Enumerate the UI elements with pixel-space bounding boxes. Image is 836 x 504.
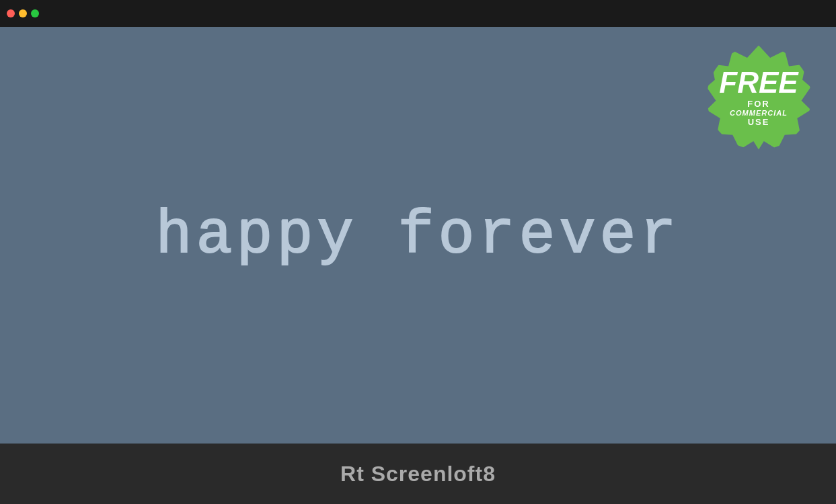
badge-shape: FREE for commercial use: [705, 44, 812, 151]
badge-content: FREE for commercial use: [719, 68, 798, 127]
close-button[interactable]: [7, 9, 15, 17]
badge-free-label: FREE: [719, 68, 798, 97]
bottom-bar: Rt Screenloft8: [0, 444, 836, 504]
maximize-button[interactable]: [31, 9, 39, 17]
badge-for-label: for: [747, 99, 769, 109]
top-bar: [0, 0, 836, 27]
window-controls: [7, 9, 39, 17]
font-sample-text: Happy Forever: [155, 202, 680, 270]
font-preview-area: Happy Forever FREE for commercial use: [0, 27, 836, 444]
minimize-button[interactable]: [19, 9, 27, 17]
font-name-label: Rt Screenloft8: [340, 462, 496, 487]
preview-text-container: Happy Forever: [155, 199, 680, 271]
free-commercial-badge: FREE for commercial use: [701, 40, 816, 155]
badge-use-label: use: [748, 117, 770, 127]
badge-commercial-label: commercial: [730, 109, 788, 117]
